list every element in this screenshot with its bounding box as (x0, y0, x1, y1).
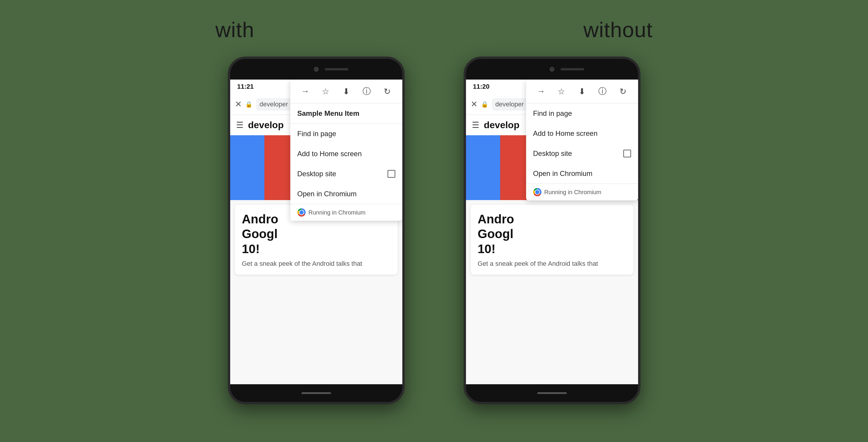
side-btn-orange-without (639, 192, 641, 206)
chromium-icon-without (533, 188, 541, 196)
star-icon-without[interactable]: ☆ (555, 85, 568, 98)
home-indicator-with (302, 392, 331, 394)
dropdown-without[interactable]: → ☆ ⬇ ⓘ ↻ Find in page Add to Home scree… (526, 80, 638, 200)
bar-blue-without (466, 135, 500, 200)
find-in-page-without[interactable]: Find in page (526, 103, 638, 123)
page-title-without: develop (484, 120, 520, 130)
reload-icon-with[interactable]: ↻ (381, 85, 394, 98)
phone-top-bar-with (230, 59, 402, 80)
screen-with: 11:21 ▾ ▊ ▮ ✕ 🔒 developer ☰ develop (230, 80, 402, 384)
bar-blue-with (230, 135, 265, 200)
find-in-page-with[interactable]: Find in page (290, 124, 402, 144)
page-title-with: develop (248, 120, 284, 130)
time-with: 11:21 (237, 83, 254, 91)
hamburger-icon-without[interactable]: ☰ (472, 120, 479, 130)
phone-bottom-without (466, 384, 638, 402)
dropdown-icons-row-without: → ☆ ⬇ ⓘ ↻ (526, 80, 638, 103)
without-label: without (583, 18, 653, 42)
side-btn-with (403, 162, 405, 186)
speaker-with (325, 68, 348, 70)
article-box-without: Andro Googl 10! Get a sneak peek of the … (471, 205, 633, 275)
info-icon-with[interactable]: ⓘ (360, 85, 373, 98)
phone-without: 11:20 ▾ ▊ ▮ ✕ 🔒 developer ☰ develop (464, 57, 641, 404)
side-btn-without (639, 162, 641, 186)
speaker-without (561, 68, 584, 70)
desktop-site-checkbox-without[interactable] (623, 150, 631, 157)
reload-icon-without[interactable]: ↻ (617, 85, 629, 98)
phone-top-bar-without (466, 59, 638, 80)
camera-without (550, 67, 554, 72)
running-info-with: Running in Chromium (290, 204, 402, 221)
desktop-site-without[interactable]: Desktop site (526, 144, 638, 163)
home-indicator-without (537, 392, 567, 394)
hamburger-icon-with[interactable]: ☰ (236, 120, 244, 130)
article-sub-without: Get a sneak peek of the Android talks th… (478, 260, 626, 267)
close-icon-without[interactable]: ✕ (471, 99, 477, 109)
download-icon-without[interactable]: ⬇ (575, 85, 588, 98)
star-icon-with[interactable]: ☆ (319, 85, 332, 98)
desktop-site-with[interactable]: Desktop site (290, 164, 402, 184)
desktop-site-checkbox-with[interactable] (388, 170, 395, 178)
time-without: 11:20 (473, 83, 490, 91)
camera-with (314, 67, 319, 72)
phone-bottom-with (230, 384, 402, 402)
info-icon-without[interactable]: ⓘ (596, 85, 609, 98)
add-to-home-with[interactable]: Add to Home screen (290, 144, 402, 164)
phones-container: 11:21 ▾ ▊ ▮ ✕ 🔒 developer ☰ develop (228, 57, 641, 404)
with-label: with (215, 18, 254, 42)
lock-icon-with: 🔒 (245, 101, 253, 108)
screen-without: 11:20 ▾ ▊ ▮ ✕ 🔒 developer ☰ develop (466, 80, 638, 384)
close-icon-with[interactable]: ✕ (235, 99, 242, 109)
dropdown-with[interactable]: → ☆ ⬇ ⓘ ↻ Sample Menu Item Find in page … (290, 80, 402, 221)
download-icon-with[interactable]: ⬇ (340, 85, 352, 98)
add-to-home-without[interactable]: Add to Home screen (526, 123, 638, 144)
sample-menu-item[interactable]: Sample Menu Item (290, 103, 402, 123)
forward-icon-without[interactable]: → (534, 85, 547, 98)
open-in-chromium-with[interactable]: Open in Chromium (290, 184, 402, 204)
phone-with: 11:21 ▾ ▊ ▮ ✕ 🔒 developer ☰ develop (228, 57, 405, 404)
side-btn-orange-with (403, 192, 405, 206)
forward-icon-with[interactable]: → (299, 85, 312, 98)
running-info-without: Running in Chromium (526, 184, 638, 200)
open-in-chromium-without[interactable]: Open in Chromium (526, 163, 638, 184)
article-sub-with: Get a sneak peek of the Android talks th… (242, 260, 391, 267)
lock-icon-without: 🔒 (481, 101, 488, 108)
dropdown-icons-row-with: → ☆ ⬇ ⓘ ↻ (290, 80, 402, 103)
chromium-icon-with (298, 208, 306, 217)
article-heading-without: Andro Googl 10! (478, 212, 626, 256)
